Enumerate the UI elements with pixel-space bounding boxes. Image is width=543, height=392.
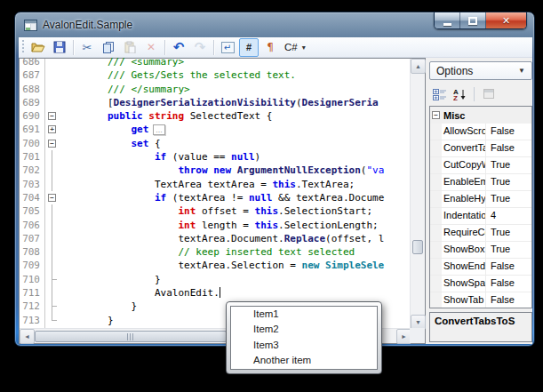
gutter-separator <box>44 59 45 328</box>
app-icon <box>24 19 37 30</box>
fold-margin <box>44 178 60 191</box>
code-line-688[interactable]: 688 /// </summary> <box>20 83 410 96</box>
redo-button[interactable]: ↷ <box>190 38 210 57</box>
category-label: Misc <box>443 110 465 121</box>
property-name: ShowSpa <box>430 276 486 292</box>
copy-button[interactable] <box>99 38 118 57</box>
code-line-701[interactable]: 701 if (value == null) <box>20 150 410 164</box>
property-row-allowscro[interactable]: AllowScroFalse <box>430 124 531 140</box>
property-row-showbox[interactable]: ShowBoxTrue <box>430 242 531 259</box>
collapse-icon[interactable]: − <box>432 111 440 119</box>
paste-button[interactable] <box>120 38 140 57</box>
categorized-view-button[interactable] <box>429 84 450 103</box>
vertical-scroll-thumb[interactable] <box>412 240 423 254</box>
property-row-enablehy[interactable]: EnableHyTrue <box>430 191 531 208</box>
property-row-cutcopyw[interactable]: CutCopyWTrue <box>430 157 531 174</box>
property-row-enableem[interactable]: EnableEmTrue <box>430 174 531 191</box>
fold-box[interactable]: + <box>48 125 56 133</box>
property-name: EnableEm <box>430 174 486 190</box>
fold-box[interactable]: − <box>48 194 56 202</box>
fold-margin <box>44 259 60 272</box>
code-text: throw new ArgumentNullException("va <box>60 164 384 177</box>
code-viewport[interactable]: 686 /// <summary>687 /// Gets/Sets the s… <box>20 55 410 332</box>
code-line-687[interactable]: 687 /// Gets/Sets the selected text. <box>20 68 410 82</box>
show-end-of-line-button[interactable]: ¶ <box>260 38 280 57</box>
property-value[interactable]: False <box>486 124 531 140</box>
collapsed-region-box[interactable]: ... <box>153 124 165 135</box>
maximize-button[interactable] <box>460 12 486 29</box>
property-value[interactable]: True <box>486 242 531 258</box>
options-dropdown[interactable]: Options ▼ <box>429 61 532 80</box>
alphabetical-sort-button[interactable]: AZ <box>450 84 470 103</box>
scroll-up-icon[interactable]: ▲ <box>411 59 426 74</box>
scroll-left-icon[interactable]: ◄ <box>20 329 35 344</box>
open-button[interactable] <box>28 38 48 57</box>
property-row-convertta[interactable]: ConvertTaFalse <box>430 140 531 157</box>
property-value[interactable]: False <box>486 276 531 292</box>
property-name: ShowEnd <box>430 259 486 275</box>
property-row-showtab[interactable]: ShowTabFalse <box>430 292 531 308</box>
property-value[interactable]: True <box>486 157 531 173</box>
code-text: [DesignerSerializationVisibility(Designe… <box>60 96 379 109</box>
category-row-misc[interactable]: − Misc <box>430 107 531 124</box>
property-value[interactable]: True <box>486 191 531 207</box>
code-text: } <box>60 273 161 286</box>
save-button[interactable] <box>50 38 69 57</box>
horizontal-scroll-thumb[interactable] <box>35 331 227 342</box>
property-row-requireco[interactable]: RequireCoTrue <box>430 225 531 242</box>
property-row-indentatio[interactable]: Indentatio4 <box>430 208 531 225</box>
property-value[interactable]: False <box>486 292 531 308</box>
fold-box[interactable]: − <box>48 112 56 120</box>
fold-collapse-icon[interactable]: − <box>44 109 60 123</box>
code-line-709[interactable]: 709 textArea.Selection = new SimpleSele <box>20 259 410 272</box>
property-value[interactable]: 4 <box>486 208 531 224</box>
property-value[interactable]: True <box>486 225 531 241</box>
minimize-button[interactable] <box>435 12 460 29</box>
completion-item[interactable]: Item2 <box>231 322 377 337</box>
fold-expand-icon[interactable]: + <box>44 123 60 136</box>
toolbar-separator <box>164 40 165 55</box>
code-line-705[interactable]: 705 int offset = this.SelectionStart; <box>20 204 410 218</box>
code-line-702[interactable]: 702 throw new ArgumentNullException("va <box>20 164 410 177</box>
property-row-showend[interactable]: ShowEndFalse <box>430 259 531 276</box>
property-value[interactable]: True <box>486 174 531 190</box>
editor-vertical-scrollbar[interactable]: ▲ ▼ <box>410 59 425 330</box>
fold-box[interactable]: − <box>48 140 56 148</box>
code-line-686[interactable]: 686 /// <summary> <box>20 55 410 68</box>
code-line-704[interactable]: 704− if (textArea != null && textArea.Do… <box>20 191 410 204</box>
code-line-706[interactable]: 706 int length = this.SelectionLength; <box>20 219 410 232</box>
completion-item[interactable]: Item1 <box>231 307 377 322</box>
completion-item[interactable]: Another item <box>231 353 377 368</box>
toolbar-grip[interactable] <box>22 40 24 54</box>
code-line-689[interactable]: 689 [DesignerSerializationVisibility(Des… <box>20 96 410 109</box>
undo-button[interactable]: ↶ <box>169 38 188 57</box>
completion-item[interactable]: Item3 <box>231 338 377 353</box>
code-line-700[interactable]: 700− set { <box>20 137 410 150</box>
code-line-707[interactable]: 707 textArea.Document.Replace(offset, l <box>20 232 410 245</box>
delete-button[interactable]: ✕ <box>141 38 161 57</box>
fold-collapse-icon[interactable]: − <box>44 137 60 150</box>
word-wrap-button[interactable]: ↵ <box>218 38 237 57</box>
property-row-showspa[interactable]: ShowSpaFalse <box>430 276 531 292</box>
cut-button[interactable]: ✂ <box>77 38 97 57</box>
code-line-711[interactable]: 711 AvalonEdit. <box>20 286 410 300</box>
property-pages-button[interactable] <box>478 84 499 103</box>
titlebar[interactable]: AvalonEdit.Sample ✕ <box>15 12 534 37</box>
code-line-703[interactable]: 703 TextArea textArea = this.TextArea; <box>20 178 410 191</box>
code-line-708[interactable]: 708 // keep inserted text selected <box>20 245 410 259</box>
close-button[interactable]: ✕ <box>486 12 526 29</box>
property-value[interactable]: False <box>486 259 531 275</box>
code-line-690[interactable]: 690− public string SelectedText { <box>20 109 410 123</box>
line-numbers-button[interactable]: # <box>239 38 259 57</box>
code-line-710[interactable]: 710 } <box>20 273 410 286</box>
completion-list[interactable]: Item1Item2Item3Another item <box>230 306 378 370</box>
code-line-691[interactable]: 691+ get... <box>20 123 410 136</box>
code-text: AvalonEdit. <box>60 286 220 300</box>
fold-collapse-icon[interactable]: − <box>44 191 60 204</box>
line-number: 713 <box>20 314 44 327</box>
line-number: 705 <box>20 204 44 218</box>
property-grid[interactable]: − Misc AllowScroFalseConvertTaFalseCutCo… <box>429 106 532 308</box>
syntax-select-button[interactable]: C#▾ <box>282 38 308 57</box>
property-name: AllowScro <box>430 124 486 140</box>
property-value[interactable]: False <box>486 140 531 156</box>
